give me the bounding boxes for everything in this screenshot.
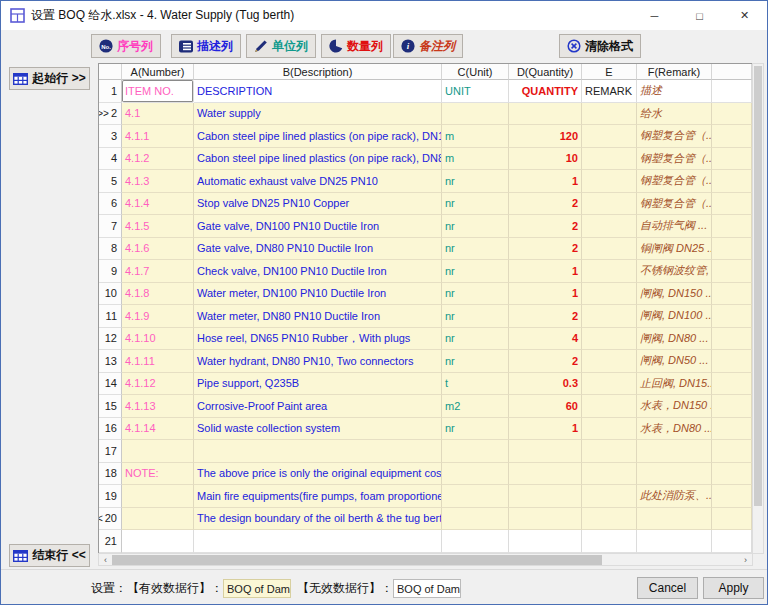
remark-column-button[interactable]: i 备注列 [393, 34, 463, 58]
cell-r6-d[interactable]: 2 [509, 193, 582, 216]
cell-r15-b[interactable]: Corrosive-Proof Paint area [194, 395, 442, 418]
horizontal-scrollbar[interactable]: ‹ › [98, 553, 753, 566]
cell-r5-e[interactable] [582, 170, 637, 193]
cell-r17-b[interactable] [194, 440, 442, 463]
cell-r5-g[interactable] [712, 170, 752, 193]
scroll-right-icon[interactable]: › [739, 554, 752, 565]
cell-r7-g[interactable] [712, 215, 752, 238]
cell-r8-d[interactable]: 2 [509, 238, 582, 261]
row-number-19[interactable]: 19 [99, 485, 122, 508]
cell-r2-b[interactable]: Water supply [194, 103, 442, 126]
cell-r11-b[interactable]: Water meter, DN80 PN10 Ductile Iron [194, 305, 442, 328]
cell-r21-c[interactable] [442, 530, 509, 553]
vertical-scrollbar[interactable] [752, 63, 764, 554]
cell-r16-d[interactable]: 1 [509, 418, 582, 441]
cell-r17-f[interactable] [637, 440, 712, 463]
cell-r7-a[interactable]: 4.1.5 [122, 215, 194, 238]
cell-r11-d[interactable]: 2 [509, 305, 582, 328]
close-button[interactable]: ✕ [722, 1, 767, 30]
cell-r20-c[interactable] [442, 508, 509, 531]
cell-r1-a[interactable]: ITEM NO. [122, 80, 194, 103]
cell-r20-f[interactable] [637, 508, 712, 531]
cell-r3-d[interactable]: 120 [509, 125, 582, 148]
cell-r16-e[interactable] [582, 418, 637, 441]
cell-r12-f[interactable]: 闸阀, DN80 ... [637, 328, 712, 351]
cell-r20-d[interactable] [509, 508, 582, 531]
cell-r6-f[interactable]: 钢塑复合管（... [637, 193, 712, 216]
row-number-4[interactable]: 4 [99, 148, 122, 171]
cell-r4-b[interactable]: Cabon steel pipe lined plastics (on pipe… [194, 148, 442, 171]
cell-r3-g[interactable] [712, 125, 752, 148]
cell-r5-a[interactable]: 4.1.3 [122, 170, 194, 193]
cell-r2-d[interactable] [509, 103, 582, 126]
cell-r9-b[interactable]: Check valve, DN100 PN10 Ductile Iron [194, 260, 442, 283]
cell-r18-f[interactable] [637, 463, 712, 486]
cell-r1-e[interactable]: REMARK [582, 80, 637, 103]
cell-r18-g[interactable] [712, 463, 752, 486]
column-header-1[interactable]: A(Number) [122, 64, 194, 80]
column-header-0[interactable] [99, 64, 122, 80]
cell-r10-b[interactable]: Water meter, DN100 PN10 Ductile Iron [194, 283, 442, 306]
cell-r2-a[interactable]: 4.1 [122, 103, 194, 126]
cell-r12-d[interactable]: 4 [509, 328, 582, 351]
cell-r12-e[interactable] [582, 328, 637, 351]
cell-r10-a[interactable]: 4.1.8 [122, 283, 194, 306]
clear-format-button[interactable]: 清除格式 [559, 34, 641, 58]
cell-r1-b[interactable]: DESCRIPTION [194, 80, 442, 103]
row-number-13[interactable]: 13 [99, 350, 122, 373]
scroll-left-icon[interactable]: ‹ [99, 554, 112, 565]
cell-r4-g[interactable] [712, 148, 752, 171]
quantity-column-button[interactable]: 数量列 [321, 34, 391, 58]
cell-r6-e[interactable] [582, 193, 637, 216]
cell-r15-f[interactable]: 水表，DN150 ... [637, 395, 712, 418]
cell-r11-f[interactable]: 闸阀, DN100 ... [637, 305, 712, 328]
cell-r14-d[interactable]: 0.3 [509, 373, 582, 396]
cell-r13-b[interactable]: Water hydrant, DN80 PN10, Two connectors [194, 350, 442, 373]
cell-r19-d[interactable] [509, 485, 582, 508]
cell-r17-e[interactable] [582, 440, 637, 463]
cell-r13-d[interactable]: 2 [509, 350, 582, 373]
row-number-6[interactable]: 6 [99, 193, 122, 216]
cell-r7-f[interactable]: 自动排气阀 ... [637, 215, 712, 238]
cell-r2-c[interactable] [442, 103, 509, 126]
row-number-18[interactable]: 18 [99, 463, 122, 486]
cell-r19-b[interactable]: Main fire equipments(fire pumps, foam pr… [194, 485, 442, 508]
cell-r21-g[interactable] [712, 530, 752, 553]
cell-r13-e[interactable] [582, 350, 637, 373]
cell-r16-f[interactable]: 水表，DN80 ... [637, 418, 712, 441]
cell-r15-c[interactable]: m2 [442, 395, 509, 418]
cell-r4-e[interactable] [582, 148, 637, 171]
cell-r10-e[interactable] [582, 283, 637, 306]
row-number-20[interactable]: <<20 [99, 508, 122, 531]
cell-r15-g[interactable] [712, 395, 752, 418]
cell-r12-b[interactable]: Hose reel, DN65 PN10 Rubber，With plugs [194, 328, 442, 351]
cell-r11-g[interactable] [712, 305, 752, 328]
cell-r10-f[interactable]: 闸阀, DN150 ... [637, 283, 712, 306]
row-number-1[interactable]: 1 [99, 80, 122, 103]
cell-r16-c[interactable]: nr [442, 418, 509, 441]
cell-r5-c[interactable]: nr [442, 170, 509, 193]
cell-r12-g[interactable] [712, 328, 752, 351]
row-number-17[interactable]: 17 [99, 440, 122, 463]
row-number-16[interactable]: 16 [99, 418, 122, 441]
cell-r10-c[interactable]: nr [442, 283, 509, 306]
row-number-15[interactable]: 15 [99, 395, 122, 418]
cell-r8-g[interactable] [712, 238, 752, 261]
cell-r21-a[interactable] [122, 530, 194, 553]
cell-r19-a[interactable] [122, 485, 194, 508]
cell-r14-g[interactable] [712, 373, 752, 396]
invalid-rows-input[interactable]: BOQ of Damm... [393, 579, 461, 598]
end-row-button[interactable]: 结束行 << [9, 544, 90, 567]
row-number-12[interactable]: 12 [99, 328, 122, 351]
column-header-4[interactable]: D(Quantity) [509, 64, 582, 80]
cell-r7-d[interactable]: 2 [509, 215, 582, 238]
cell-r21-f[interactable] [637, 530, 712, 553]
cell-r19-f[interactable]: 此处消防泵、... [637, 485, 712, 508]
column-header-3[interactable]: C(Unit) [442, 64, 509, 80]
cell-r8-c[interactable]: nr [442, 238, 509, 261]
cell-r7-e[interactable] [582, 215, 637, 238]
cell-r8-b[interactable]: Gate valve, DN80 PN10 Ductile Iron [194, 238, 442, 261]
row-number-9[interactable]: 9 [99, 260, 122, 283]
cell-r4-c[interactable]: m [442, 148, 509, 171]
cell-r12-a[interactable]: 4.1.10 [122, 328, 194, 351]
